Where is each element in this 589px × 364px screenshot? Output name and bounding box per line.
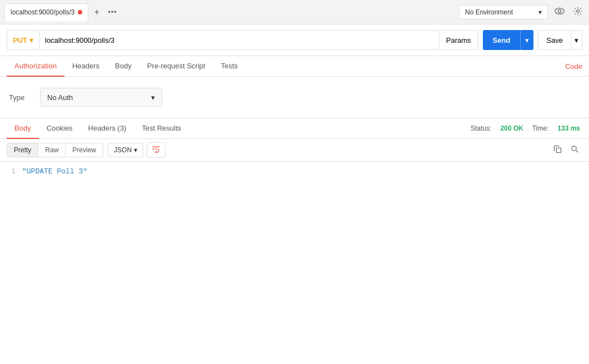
auth-type-select[interactable]: No Auth ▾ (40, 88, 162, 107)
svg-rect-3 (556, 148, 561, 152)
send-dropdown-button[interactable]: ▾ (520, 30, 533, 50)
view-tab-preview[interactable]: Preview (66, 143, 103, 157)
view-tab-pretty[interactable]: Pretty (7, 143, 38, 157)
svg-point-4 (572, 146, 576, 150)
save-button-group: Save ▾ (538, 30, 582, 50)
resp-tab-test-results[interactable]: Test Results (134, 118, 189, 139)
more-button[interactable]: ••• (105, 6, 121, 18)
method-select[interactable]: PUT ▾ (7, 30, 39, 50)
status-label: Status: (471, 124, 491, 132)
method-chevron-icon: ▾ (29, 36, 33, 44)
response-code-area: 1 "UPDATE Poll 3" (0, 162, 589, 182)
auth-chevron-icon: ▾ (151, 93, 155, 102)
new-tab-button[interactable]: + (91, 5, 102, 19)
environment-select[interactable]: No Environment ▾ (459, 5, 548, 19)
top-bar: localhost:9000/polls/3 + ••• No Environm… (0, 0, 589, 24)
line-content-1: "UPDATE Poll 3" (22, 166, 87, 177)
svg-point-2 (577, 9, 580, 12)
format-label: JSON (114, 146, 132, 154)
resp-tab-headers[interactable]: Headers (3) (81, 118, 134, 139)
code-link[interactable]: Code (565, 57, 582, 76)
send-button-group: Send ▾ (483, 30, 534, 50)
save-dropdown-button[interactable]: ▾ (571, 30, 582, 50)
send-chevron-icon: ▾ (525, 36, 529, 44)
view-tab-raw[interactable]: Raw (38, 143, 66, 157)
resp-tab-body[interactable]: Body (7, 118, 39, 139)
params-button[interactable]: Params (440, 30, 478, 50)
search-button[interactable] (567, 143, 582, 158)
tab-label: localhost:9000/polls/3 (11, 8, 74, 16)
response-actions (550, 143, 582, 158)
tab-pre-request-script[interactable]: Pre-request Script (139, 56, 213, 77)
response-status-area: Status: 200 OK Time: 133 ms (471, 124, 582, 132)
copy-button[interactable] (550, 143, 565, 158)
env-label: No Environment (465, 8, 513, 16)
chevron-down-icon: ▾ (538, 8, 542, 16)
save-chevron-icon: ▾ (575, 36, 578, 44)
type-label: Type (9, 93, 31, 102)
auth-row: Type No Auth ▾ (9, 88, 580, 107)
method-label: PUT (13, 36, 27, 44)
gear-icon-button[interactable] (571, 4, 585, 20)
request-tabs: Authorization Headers Body Pre-request S… (0, 56, 589, 77)
env-area: No Environment ▾ (459, 4, 585, 20)
tab-tests[interactable]: Tests (213, 56, 245, 77)
format-select[interactable]: JSON ▾ (108, 143, 143, 157)
auth-section: Type No Auth ▾ (0, 77, 589, 118)
send-button[interactable]: Send (483, 30, 521, 50)
svg-point-1 (558, 9, 561, 12)
tab-body[interactable]: Body (107, 56, 139, 77)
svg-point-0 (555, 8, 564, 14)
status-value: 200 OK (500, 124, 523, 132)
no-auth-label: No Auth (47, 93, 73, 102)
request-bar: PUT ▾ Params Send ▾ Save ▾ (0, 24, 589, 56)
view-tabs: Pretty Raw Preview (7, 143, 103, 157)
save-button[interactable]: Save (538, 30, 571, 50)
url-input[interactable] (39, 30, 440, 50)
wrap-button[interactable] (147, 142, 166, 158)
resp-tab-cookies[interactable]: Cookies (39, 118, 81, 139)
code-line-1: 1 "UPDATE Poll 3" (0, 166, 589, 177)
tab-dot (78, 10, 82, 14)
tab-authorization[interactable]: Authorization (7, 56, 64, 77)
format-chevron-icon: ▾ (134, 146, 137, 154)
eye-icon-button[interactable] (552, 5, 567, 19)
time-value: 133 ms (557, 124, 580, 132)
line-number-1: 1 (0, 166, 22, 177)
tab-headers[interactable]: Headers (64, 56, 107, 77)
tab-area: localhost:9000/polls/3 + ••• (4, 3, 120, 21)
time-label: Time: (532, 124, 549, 132)
response-tabs: Body Cookies Headers (3) Test Results St… (0, 118, 589, 139)
response-toolbar: Pretty Raw Preview JSON ▾ (0, 139, 589, 162)
active-tab[interactable]: localhost:9000/polls/3 (4, 3, 88, 21)
